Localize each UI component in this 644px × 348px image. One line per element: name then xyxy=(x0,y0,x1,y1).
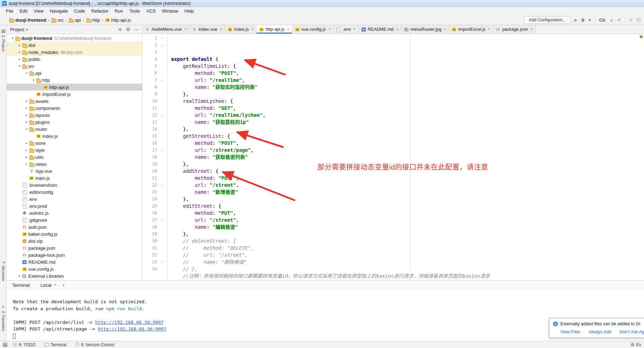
new-terminal-icon[interactable]: + xyxy=(62,283,65,288)
notification-action[interactable]: Don't Ask Agai xyxy=(620,329,644,334)
tree-item[interactable]: ▸style xyxy=(7,147,142,154)
close-icon[interactable]: × xyxy=(184,27,187,32)
debug-icon[interactable] xyxy=(581,18,584,22)
tree-item[interactable]: ▾http xyxy=(7,77,142,84)
tree-item[interactable]: ▸plugins xyxy=(7,119,142,126)
tree-item[interactable]: importExcel.js xyxy=(7,91,142,98)
editor-tab[interactable]: http-api.js× xyxy=(257,25,292,34)
fold-icon[interactable]: − xyxy=(157,78,167,82)
terminal-output[interactable]: Note that the development build is not o… xyxy=(7,290,644,341)
tool-stripe-project[interactable]: 1: Project xyxy=(0,29,7,51)
tree-item[interactable]: .env xyxy=(7,196,142,203)
history-icon[interactable]: ↺ xyxy=(629,18,632,22)
tree-item[interactable]: .env.prod xyxy=(7,203,142,209)
editor-tab[interactable]: .env× xyxy=(334,25,359,34)
tree-item[interactable]: auth.json xyxy=(7,223,142,230)
breadcrumb-item[interactable]: duoji-frontend xyxy=(9,17,46,23)
fold-icon[interactable]: − xyxy=(157,148,167,152)
tree-item[interactable]: ▾api xyxy=(7,70,142,77)
notification-action[interactable]: View Files xyxy=(560,329,580,334)
breadcrumb-item[interactable]: http xyxy=(86,17,100,23)
code-area[interactable]: export default { getRealTimeList: { meth… xyxy=(168,34,644,280)
statusbar-item-terminal[interactable]: Terminal xyxy=(45,342,66,347)
git-update-icon[interactable]: ↙ xyxy=(610,18,614,22)
tree-item[interactable]: ▸External Libraries xyxy=(7,272,142,279)
tree-item[interactable]: package-lock.json xyxy=(7,251,142,258)
tree-item[interactable]: main.js xyxy=(7,175,142,182)
locate-file-icon[interactable]: ⊕ xyxy=(118,27,122,32)
tree-item[interactable]: ▸assets xyxy=(7,98,142,105)
menu-item-code[interactable]: Code xyxy=(71,7,88,15)
tree-item[interactable]: ▸store xyxy=(7,140,142,147)
terminal-link[interactable]: http://192.168.66.56:9007 xyxy=(95,320,164,325)
close-icon[interactable]: × xyxy=(396,27,399,32)
menu-item-tools[interactable]: Tools xyxy=(126,7,143,15)
fold-icon[interactable]: − xyxy=(157,36,167,40)
event-log-label[interactable]: Ev xyxy=(636,342,641,347)
tree-item[interactable]: .eslintrc.js xyxy=(7,209,142,216)
fold-icon[interactable]: − xyxy=(157,260,167,264)
settings-gear-icon[interactable] xyxy=(126,28,130,31)
tree-item[interactable]: vue.config.js xyxy=(7,265,142,272)
menu-item-vcs[interactable]: VCS xyxy=(143,7,159,15)
menu-item-run[interactable]: Run xyxy=(112,7,126,15)
menu-item-refactor[interactable]: Refactor xyxy=(88,7,112,15)
terminal-tab-local[interactable]: Local × xyxy=(41,283,57,288)
add-configuration-button[interactable]: Add Configuration... xyxy=(524,16,570,24)
menu-item-file[interactable]: File xyxy=(3,7,16,15)
close-icon[interactable]: × xyxy=(287,27,289,32)
editor-tab[interactable]: menuRouter.jpg× xyxy=(401,25,449,34)
tree-item[interactable]: ▸dist xyxy=(7,42,142,49)
tree-item[interactable]: ▸utils xyxy=(7,154,142,161)
breadcrumb-item[interactable]: api xyxy=(69,17,81,23)
tree-item[interactable]: .gitignore xyxy=(7,216,142,223)
tree-item[interactable]: ▸node_moduleslibrary root xyxy=(7,49,142,56)
terminal-link[interactable]: http://192.168.66.56:9007 xyxy=(98,326,167,332)
hide-panel-icon[interactable]: — xyxy=(134,27,139,32)
stop-icon[interactable]: ■ xyxy=(588,18,591,22)
toolwindow-switcher-icon[interactable] xyxy=(3,342,7,347)
tool-stripe-structure[interactable]: 7: Structure xyxy=(0,261,7,281)
breadcrumb-item[interactable]: http-api.js xyxy=(105,17,131,23)
event-log-icon[interactable] xyxy=(631,343,635,347)
tree-item[interactable]: ▸components xyxy=(7,105,142,112)
tree-item[interactable]: http-api.js xyxy=(7,84,142,91)
close-icon[interactable]: × xyxy=(251,27,254,32)
tree-item[interactable]: index.js xyxy=(7,133,142,140)
close-icon[interactable]: × xyxy=(444,27,446,32)
fold-icon[interactable]: − xyxy=(157,183,167,187)
close-icon[interactable]: × xyxy=(328,27,331,32)
run-icon[interactable]: ▶ xyxy=(574,18,578,22)
fold-icon[interactable]: − xyxy=(157,218,167,222)
tree-item[interactable]: ▾router xyxy=(7,126,142,133)
tree-item[interactable]: package.json xyxy=(7,244,142,251)
editor-tab[interactable]: README.md× xyxy=(359,25,401,34)
tree-item[interactable]: ▾duoji-frontendD:\zheheWeb\duoji-fronten… xyxy=(7,35,142,42)
tool-stripe-favorites[interactable]: ★ 2: Favorites xyxy=(0,305,7,331)
fold-icon[interactable]: − xyxy=(157,43,167,47)
tree-item[interactable]: .editorconfig xyxy=(7,189,142,196)
close-icon[interactable]: × xyxy=(220,27,222,32)
editor-tab[interactable]: AsideMenu.vue× xyxy=(142,25,189,34)
tree-item[interactable]: ▸layouts xyxy=(7,112,142,119)
breadcrumb-item[interactable]: src xyxy=(51,17,63,23)
editor-tab[interactable]: package.json× xyxy=(493,25,536,34)
tree-item[interactable]: ▸views xyxy=(7,161,142,168)
chevron-down-icon[interactable]: ▾ xyxy=(26,28,28,31)
tree-item[interactable]: ▸public xyxy=(7,56,142,63)
menu-item-navigate[interactable]: Navigate xyxy=(47,7,71,15)
menu-item-help[interactable]: Help xyxy=(181,7,197,15)
tree-item[interactable]: babel.config.js xyxy=(7,230,142,237)
menu-item-view[interactable]: View xyxy=(30,7,47,15)
tree-item[interactable]: README.md xyxy=(7,258,142,265)
tree-item[interactable]: dist.zip xyxy=(7,237,142,244)
tree-item[interactable]: ▾src xyxy=(7,63,142,70)
editor-tab[interactable]: index.js× xyxy=(225,25,257,34)
editor-tab[interactable]: index.vue× xyxy=(189,25,225,34)
tree-item[interactable]: App.vue xyxy=(7,168,142,175)
git-commit-icon[interactable]: ✔ xyxy=(617,18,621,22)
editor-tab[interactable]: importExcel.js× xyxy=(449,25,493,34)
notification-action[interactable]: Always Add xyxy=(589,329,611,334)
close-icon[interactable]: × xyxy=(531,27,533,32)
clock-icon[interactable] xyxy=(636,18,640,22)
